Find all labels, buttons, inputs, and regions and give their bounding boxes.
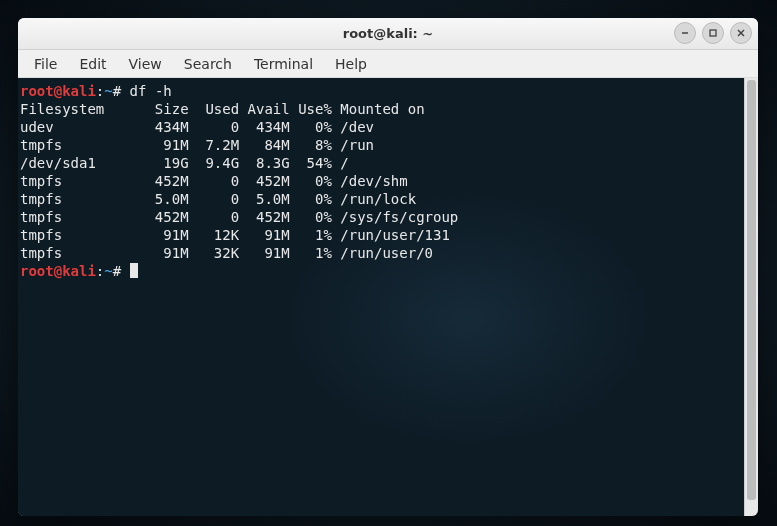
minimize-icon: [680, 28, 690, 38]
prompt-path: ~: [104, 263, 112, 279]
svg-rect-1: [710, 30, 716, 36]
window-title: root@kali: ~: [343, 26, 433, 41]
terminal-area: root@kali:~# df -h Filesystem Size Used …: [18, 78, 758, 516]
terminal-window: root@kali: ~ File Edit View Search Termi…: [18, 18, 758, 516]
menu-search[interactable]: Search: [174, 53, 242, 75]
maximize-button[interactable]: [702, 22, 724, 44]
prompt-char: #: [113, 83, 121, 99]
menubar: File Edit View Search Terminal Help: [18, 50, 758, 78]
menu-help[interactable]: Help: [325, 53, 377, 75]
window-controls: [674, 22, 752, 44]
menu-view[interactable]: View: [119, 53, 172, 75]
menu-terminal[interactable]: Terminal: [244, 53, 323, 75]
close-icon: [736, 28, 746, 38]
cursor: [130, 263, 138, 278]
output-row: tmpfs 91M 32K 91M 1% /run/user/0: [20, 245, 433, 261]
prompt-char: #: [113, 263, 121, 279]
prompt-path: ~: [104, 83, 112, 99]
command-text: df -h: [130, 83, 172, 99]
terminal[interactable]: root@kali:~# df -h Filesystem Size Used …: [18, 78, 744, 516]
minimize-button[interactable]: [674, 22, 696, 44]
output-row: tmpfs 5.0M 0 5.0M 0% /run/lock: [20, 191, 416, 207]
menu-file[interactable]: File: [24, 53, 67, 75]
prompt-user: root@kali: [20, 263, 96, 279]
output-row: /dev/sda1 19G 9.4G 8.3G 54% /: [20, 155, 349, 171]
output-row: udev 434M 0 434M 0% /dev: [20, 119, 374, 135]
prompt-user: root@kali: [20, 83, 96, 99]
scrollbar[interactable]: [744, 78, 758, 516]
output-header: Filesystem Size Used Avail Use% Mounted …: [20, 101, 425, 117]
output-row: tmpfs 91M 7.2M 84M 8% /run: [20, 137, 374, 153]
output-row: tmpfs 91M 12K 91M 1% /run/user/131: [20, 227, 450, 243]
output-row: tmpfs 452M 0 452M 0% /dev/shm: [20, 173, 408, 189]
scrollbar-thumb[interactable]: [747, 80, 756, 500]
titlebar[interactable]: root@kali: ~: [18, 18, 758, 50]
maximize-icon: [708, 28, 718, 38]
output-row: tmpfs 452M 0 452M 0% /sys/fs/cgroup: [20, 209, 458, 225]
menu-edit[interactable]: Edit: [69, 53, 116, 75]
close-button[interactable]: [730, 22, 752, 44]
